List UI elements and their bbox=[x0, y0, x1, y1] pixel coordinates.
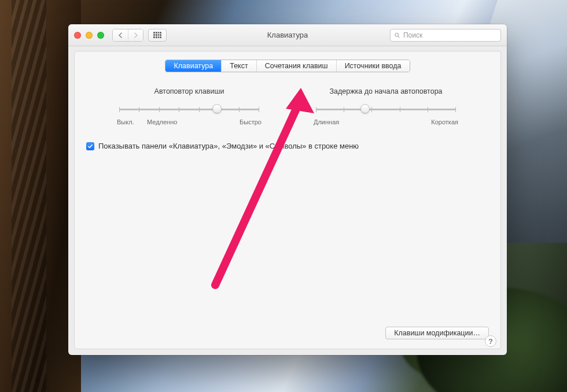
sliders-row: Автоповтор клавиши Выкл. Медленно Быстро… bbox=[86, 87, 489, 125]
slider-footer: Длинная Короткая bbox=[314, 119, 458, 125]
checkbox-label: Показывать панели «Клавиатура», «Эмодзи»… bbox=[98, 142, 359, 150]
close-button[interactable] bbox=[74, 32, 81, 39]
slider-footer: Выкл. Медленно Быстро bbox=[117, 119, 262, 125]
key-repeat-slider[interactable] bbox=[119, 103, 259, 115]
window-controls bbox=[74, 32, 104, 39]
back-button[interactable] bbox=[113, 29, 128, 41]
slider-mid-label: Медленно bbox=[147, 119, 177, 125]
slider-ticks bbox=[316, 107, 456, 112]
forward-button[interactable] bbox=[128, 29, 143, 41]
key-repeat-block: Автоповтор клавиши Выкл. Медленно Быстро bbox=[117, 87, 262, 125]
tab-text[interactable]: Текст bbox=[221, 60, 256, 72]
slider-ticks bbox=[119, 107, 259, 112]
zoom-button[interactable] bbox=[97, 32, 104, 39]
chevron-right-icon bbox=[134, 32, 138, 38]
modifier-keys-button[interactable]: Клавиши модификации… bbox=[385, 327, 489, 339]
tab-keyboard[interactable]: Клавиатура bbox=[165, 60, 221, 72]
show-keyboard-menu-checkbox-row: Показывать панели «Клавиатура», «Эмодзи»… bbox=[86, 142, 489, 150]
show-all-button[interactable] bbox=[148, 29, 167, 42]
search-icon bbox=[394, 32, 400, 39]
tab-bar: Клавиатура Текст Сочетания клавиш Источн… bbox=[165, 60, 410, 72]
slider-knob[interactable] bbox=[212, 104, 222, 113]
preferences-window: Клавиатура Клавиатура Текст Сочетания кл… bbox=[68, 24, 507, 355]
checkmark-icon bbox=[87, 143, 93, 149]
search-field[interactable] bbox=[390, 29, 501, 42]
key-repeat-label: Автоповтор клавиши bbox=[117, 87, 262, 95]
tab-shortcuts[interactable]: Сочетания клавиш bbox=[256, 60, 336, 72]
preferences-panel: Клавиатура Текст Сочетания клавиш Источн… bbox=[74, 51, 501, 349]
delay-label: Задержка до начала автоповтора bbox=[314, 87, 458, 95]
search-input[interactable] bbox=[403, 31, 497, 39]
tab-input-sources[interactable]: Источники ввода bbox=[336, 60, 410, 72]
checkbox[interactable] bbox=[86, 142, 94, 150]
window-body: Клавиатура Текст Сочетания клавиш Источн… bbox=[68, 46, 507, 355]
minimize-button[interactable] bbox=[86, 32, 93, 39]
slider-knob[interactable] bbox=[360, 104, 370, 113]
slider-left-label: Выкл. bbox=[117, 119, 134, 125]
slider-right-label: Быстро bbox=[240, 119, 262, 125]
delay-slider[interactable] bbox=[316, 103, 456, 115]
help-icon: ? bbox=[488, 337, 493, 346]
window-titlebar: Клавиатура bbox=[68, 24, 507, 46]
svg-line-1 bbox=[398, 36, 399, 37]
chevron-left-icon bbox=[118, 32, 123, 38]
nav-segment bbox=[112, 29, 143, 42]
grid-icon bbox=[153, 32, 161, 39]
slider-right-label: Короткая bbox=[431, 119, 458, 125]
slider-left-label: Длинная bbox=[314, 119, 339, 125]
delay-block: Задержка до начала автоповтора Длинная К… bbox=[314, 87, 458, 125]
help-button[interactable]: ? bbox=[485, 335, 496, 347]
